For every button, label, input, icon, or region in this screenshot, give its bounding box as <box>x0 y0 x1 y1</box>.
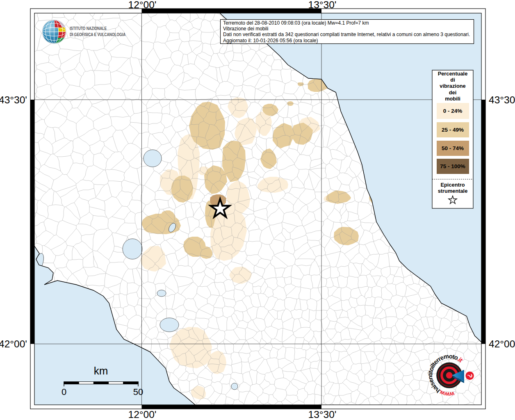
svg-text:Aggiornato il: 10-01-2026 05:5: Aggiornato il: 10-01-2026 05:56 (ora loc… <box>223 38 318 43</box>
svg-text:Terremoto del 28-08-2010 09:08: Terremoto del 28-08-2010 09:08:03 (ora l… <box>223 20 369 26</box>
svg-text:75 - 100%: 75 - 100% <box>440 163 465 169</box>
svg-text:0: 0 <box>62 387 66 397</box>
svg-text:42°00': 42°00' <box>489 338 515 349</box>
svg-text:13°30': 13°30' <box>308 409 337 420</box>
svg-text:Dati non verificati estratti d: Dati non verificati estratti da 342 ques… <box>223 32 470 37</box>
svg-text:12°00': 12°00' <box>128 0 157 10</box>
svg-text:DI GEOFISICA E VULCANOLOGIA: DI GEOFISICA E VULCANOLOGIA <box>70 32 125 37</box>
svg-text:di: di <box>450 77 455 83</box>
svg-text:ISTITUTO NAZIONALE: ISTITUTO NAZIONALE <box>70 26 107 31</box>
svg-text:Percentuale: Percentuale <box>438 71 468 77</box>
svg-text:km: km <box>94 365 108 377</box>
svg-text:strumentale: strumentale <box>438 188 468 194</box>
svg-text:25 - 49%: 25 - 49% <box>442 127 464 133</box>
svg-text:dei: dei <box>449 89 457 96</box>
svg-text:12°00': 12°00' <box>128 409 157 420</box>
svg-text:Epicentro: Epicentro <box>440 182 465 188</box>
svg-text:42°00': 42°00' <box>0 338 27 349</box>
svg-text:50 - 74%: 50 - 74% <box>442 145 464 151</box>
svg-text:mobili: mobili <box>445 96 460 102</box>
svg-text:13°30': 13°30' <box>308 0 337 10</box>
svg-text:Vibrazione dei mobili: Vibrazione dei mobili <box>223 26 269 32</box>
svg-text:43°30': 43°30' <box>0 94 27 105</box>
svg-text:0 - 24%: 0 - 24% <box>443 108 463 114</box>
svg-text:50: 50 <box>133 387 143 397</box>
svg-text:vibrazione: vibrazione <box>440 83 465 89</box>
svg-text:43°30': 43°30' <box>489 94 515 105</box>
